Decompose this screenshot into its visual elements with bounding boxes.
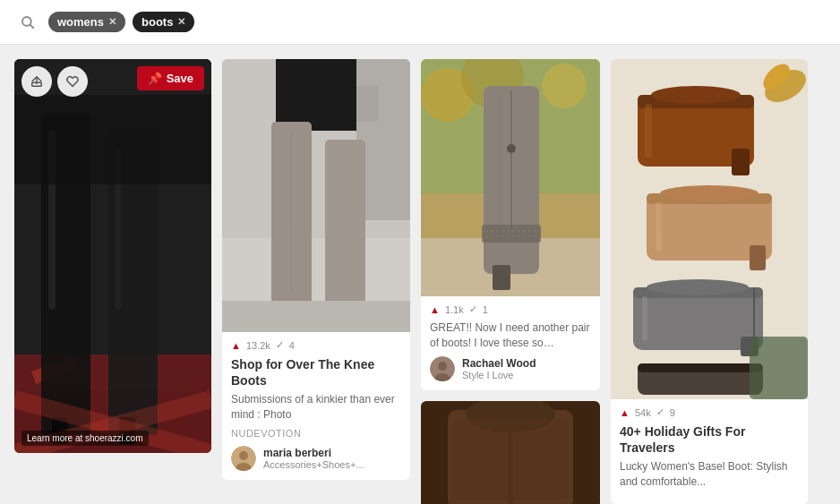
repin-icon-5: ▲ [620, 407, 630, 418]
pin-title-2: Shop for Over The Knee Boots [231, 356, 401, 389]
svg-rect-11 [14, 95, 211, 184]
pin-image-4 [421, 401, 600, 504]
pin-stats-5: ▲ 54k ✓ 9 [620, 406, 799, 418]
like-count-2: 4 [289, 340, 295, 351]
pin-image-svg-1 [14, 59, 211, 453]
pin-user-2[interactable]: maria berberi Accessories+Shoes+... [231, 446, 401, 471]
pin-icon: 📌 [148, 72, 162, 85]
svg-point-56 [651, 86, 741, 104]
avatar-2 [231, 446, 256, 471]
svg-rect-18 [276, 59, 356, 131]
pin-overlay-1 [21, 66, 88, 97]
avatar-3 [430, 356, 455, 381]
svg-point-44 [438, 362, 447, 371]
user-board-2: Accessories+Shoes+... [263, 459, 364, 470]
pin-source-2: NUDEVOTION [231, 428, 401, 439]
heart-icon [66, 75, 79, 88]
column-2: ▲ 13.2k ✓ 4 Shop for Over The Knee Boots… [222, 59, 410, 480]
pin-user-3[interactable]: Rachael Wood Style I Love [430, 356, 591, 381]
tag-boots[interactable]: boots ✕ [133, 12, 194, 32]
like-count-3: 1 [483, 304, 488, 315]
share-icon [30, 75, 43, 88]
check-icon-2: ✓ [276, 339, 284, 351]
svg-point-41 [507, 144, 516, 153]
pin-card-1[interactable]: 📌 Save Learn more at shoerazzi.com [14, 59, 211, 453]
pin-desc-3: GREAT!! Now I need another pair of boots… [430, 320, 591, 351]
share-button-1[interactable] [21, 66, 52, 97]
tag-boots-close[interactable]: ✕ [177, 17, 185, 27]
save-button-1[interactable]: 📌 Save [137, 66, 204, 90]
user-board-3: Style I Love [462, 370, 536, 380]
svg-point-27 [239, 451, 248, 460]
repin-icon-3: ▲ [430, 304, 440, 315]
header: womens ✕ boots ✕ [0, 0, 840, 45]
pin-info-5: ▲ 54k ✓ 9 40+ Holiday Gifts For Traveler… [611, 399, 808, 504]
search-button[interactable] [14, 9, 41, 36]
column-3: ▲ 1.1k ✓ 1 GREAT!! Now I need another pa… [421, 59, 600, 504]
column-4: ▲ 54k ✓ 9 40+ Holiday Gifts For Traveler… [611, 59, 808, 504]
pin-stats-3: ▲ 1.1k ✓ 1 [430, 303, 591, 315]
user-info-2: maria berberi Accessories+Shoes+... [263, 447, 364, 470]
svg-rect-24 [222, 301, 410, 332]
pin-image-3 [421, 59, 600, 296]
pin-info-2: ▲ 13.2k ✓ 4 Shop for Over The Knee Boots… [222, 332, 410, 480]
tag-womens-label: womens [57, 15, 104, 29]
pin-image-1: 📌 Save Learn more at shoerazzi.com [14, 59, 211, 453]
repin-count-2: 13.2k [246, 340, 270, 351]
svg-rect-63 [656, 202, 662, 252]
svg-rect-20 [325, 140, 365, 314]
svg-rect-58 [645, 104, 652, 158]
source-label-1: Learn more at shoerazzi.com [21, 431, 149, 446]
user-name-3: Rachael Wood [462, 357, 536, 370]
repin-count-5: 54k [635, 407, 651, 418]
svg-rect-62 [750, 245, 766, 270]
pin-image-5 [611, 59, 808, 399]
svg-rect-25 [356, 86, 379, 122]
svg-point-61 [660, 185, 759, 201]
avatar-svg-2 [231, 446, 256, 471]
pin-title-5: 40+ Holiday Gifts For Travelers [620, 423, 799, 456]
like-count-5: 9 [670, 407, 675, 418]
pin-image-svg-3 [421, 59, 600, 296]
user-info-3: Rachael Wood Style I Love [462, 357, 536, 380]
pin-card-2[interactable]: ▲ 13.2k ✓ 4 Shop for Over The Knee Boots… [222, 59, 410, 480]
pin-image-svg-2 [222, 59, 410, 332]
svg-point-0 [22, 17, 31, 26]
repin-icon-2: ▲ [231, 340, 241, 351]
check-icon-5: ✓ [656, 406, 664, 418]
pin-stats-2: ▲ 13.2k ✓ 4 [231, 339, 401, 351]
pin-desc-5: Lucky Women's Basel Boot: Stylish and co… [620, 459, 799, 490]
svg-rect-69 [642, 296, 647, 341]
check-icon-3: ✓ [469, 303, 477, 315]
pin-card-3[interactable]: ▲ 1.1k ✓ 1 GREAT!! Now I need another pa… [421, 59, 600, 390]
search-icon [20, 14, 36, 30]
user-name-2: maria berberi [263, 447, 364, 459]
pin-card-4[interactable] [421, 401, 600, 504]
svg-rect-72 [750, 337, 808, 399]
column-1: 📌 Save Learn more at shoerazzi.com [14, 59, 211, 453]
repin-count-3: 1.1k [445, 304, 464, 315]
svg-point-66 [647, 279, 749, 295]
svg-line-1 [30, 24, 34, 28]
svg-rect-50 [452, 419, 569, 500]
tag-boots-label: boots [141, 15, 173, 29]
svg-rect-14 [32, 82, 42, 86]
tag-womens[interactable]: womens ✕ [48, 12, 125, 32]
svg-rect-57 [732, 149, 750, 175]
tag-womens-close[interactable]: ✕ [108, 17, 116, 27]
avatar-svg-3 [430, 356, 455, 381]
pin-info-3: ▲ 1.1k ✓ 1 GREAT!! Now I need another pa… [421, 296, 600, 390]
svg-rect-71 [638, 363, 763, 372]
pin-card-5[interactable]: ▲ 54k ✓ 9 40+ Holiday Gifts For Traveler… [611, 59, 808, 504]
pin-grid: 📌 Save Learn more at shoerazzi.com [0, 45, 840, 504]
svg-point-32 [542, 64, 587, 108]
like-button-1[interactable] [57, 66, 88, 97]
pin-desc-2: Submissions of a kinkier than ever mind … [231, 392, 401, 423]
pin-image-svg-4 [421, 401, 600, 504]
pin-image-svg-5 [611, 59, 808, 399]
svg-rect-42 [493, 265, 510, 290]
pin-image-2 [222, 59, 410, 332]
